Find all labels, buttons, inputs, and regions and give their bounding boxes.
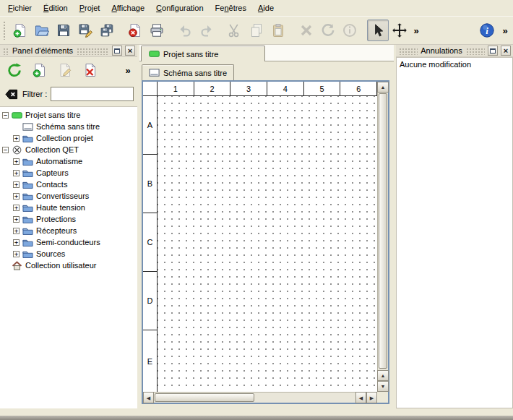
toolbar-overflow-right-button[interactable]: » <box>499 20 511 41</box>
horizontal-scrollbar[interactable] <box>143 392 377 403</box>
dock-float-button[interactable] <box>112 46 122 56</box>
delete-button <box>296 20 317 41</box>
horizontal-scroll-thumb[interactable] <box>155 393 254 402</box>
expand-icon[interactable]: + <box>13 135 20 142</box>
collapse-icon[interactable]: − <box>2 112 9 119</box>
dock-close-button[interactable] <box>125 46 135 56</box>
home-icon <box>12 261 22 270</box>
undo-history-list[interactable]: Aucune modification <box>396 57 513 408</box>
scroll-left-button-right[interactable] <box>355 392 366 403</box>
expand-icon[interactable]: + <box>13 239 20 246</box>
tree-item-label: Semi-conducteurs <box>36 238 100 247</box>
tree-item-collection-utilisateur[interactable]: Collection utilisateur <box>0 260 137 271</box>
close-file-button[interactable] <box>124 20 146 41</box>
folder-icon <box>22 192 33 201</box>
dock-grip <box>398 47 418 55</box>
dock-close-button[interactable] <box>501 46 511 56</box>
scroll-up-button-bottom[interactable] <box>377 370 389 381</box>
scroll-left-button[interactable] <box>143 392 154 403</box>
tree-item-semi-conducteurs[interactable]: +Semi-conducteurs <box>0 236 137 248</box>
pan-mode-button[interactable] <box>389 20 410 41</box>
tree-item-recepteurs[interactable]: +Récepteurs <box>0 225 137 236</box>
reload-collections-button[interactable] <box>4 59 25 81</box>
toolbar-drag-handle[interactable] <box>3 21 7 40</box>
vertical-scrollbar[interactable] <box>377 82 388 392</box>
tree-item-contacts[interactable]: +Contacts <box>0 179 137 190</box>
up-arrow-icon <box>381 373 386 378</box>
expand-icon[interactable]: + <box>13 181 20 188</box>
menu-fenetres[interactable]: Fenêtres <box>210 0 252 16</box>
status-bar <box>0 408 513 416</box>
dock-float-button[interactable] <box>488 46 498 56</box>
toolbar-overflow-button[interactable]: » <box>410 20 422 41</box>
dock-grip <box>465 47 485 55</box>
scroll-down-button[interactable] <box>377 381 389 392</box>
select-mode-button[interactable] <box>367 20 389 41</box>
tree-item-label: Automatisme <box>36 157 82 166</box>
new-button[interactable] <box>9 20 31 41</box>
diagram-view[interactable]: 123456 ABCDE <box>142 80 389 404</box>
expand-icon[interactable]: + <box>13 216 20 223</box>
scroll-up-button[interactable] <box>377 82 389 93</box>
expand-icon[interactable]: + <box>13 205 20 211</box>
clear-filter-icon <box>4 88 19 100</box>
expand-icon[interactable]: + <box>13 228 20 234</box>
new-element-button[interactable] <box>29 59 51 81</box>
panel-overflow-button[interactable]: » <box>122 59 134 81</box>
tree-item-schema-sans-titre[interactable]: Schéma sans titre <box>0 121 137 132</box>
tab-projet-sans-titre[interactable]: Projet sans titre <box>141 46 265 61</box>
rotate-icon <box>320 22 336 38</box>
diagram-canvas[interactable]: 123456 ABCDE <box>143 82 377 392</box>
new-element-icon <box>32 62 48 78</box>
tree-item-projet-sans-titre[interactable]: −Projet sans titre <box>0 109 137 121</box>
menu-aide[interactable]: Aide <box>252 0 280 16</box>
menu-configuration[interactable]: Configuration <box>150 0 209 16</box>
tree-item-collection-projet[interactable]: +Collection projet <box>0 132 137 144</box>
tree-item-label: Protections <box>36 215 76 223</box>
menu-fichier[interactable]: Fichier <box>2 0 38 16</box>
diagram-grid <box>158 96 377 392</box>
qet-icon <box>12 145 22 155</box>
menu-affichage[interactable]: Affichage <box>105 0 150 16</box>
open-button[interactable] <box>31 20 53 41</box>
folder-icon <box>22 226 33 236</box>
expand-icon[interactable]: + <box>13 251 20 257</box>
print-button[interactable] <box>146 20 168 41</box>
clear-filter-button[interactable] <box>4 87 19 101</box>
project-tabbar: Projet sans titre <box>139 45 394 61</box>
vertical-scroll-thumb[interactable] <box>379 93 387 369</box>
save-button[interactable] <box>53 20 74 41</box>
tree-item-label: Sources <box>36 249 65 258</box>
tree-item-collection-qet[interactable]: −Collection QET <box>0 144 137 155</box>
svg-text:i: i <box>486 25 488 36</box>
expand-icon[interactable]: + <box>13 158 20 165</box>
up-arrow-icon <box>381 85 386 90</box>
row-header-label: A <box>147 121 152 129</box>
about-button[interactable]: i <box>476 20 498 41</box>
save-all-button[interactable] <box>96 20 118 41</box>
undo-dock-titlebar[interactable]: Annulations <box>396 45 513 57</box>
menu-edition[interactable]: Édition <box>38 0 74 16</box>
main-toolbar: » i» <box>0 16 513 45</box>
menu-projet[interactable]: Projet <box>74 0 106 16</box>
save-as-button[interactable] <box>74 20 96 41</box>
close-icon <box>128 46 132 55</box>
tab-schema-sans-titre[interactable]: Schéma sans titre <box>142 64 234 80</box>
tree-item-haute-tension[interactable]: +Haute tension <box>0 202 137 213</box>
tree-item-capteurs[interactable]: +Capteurs <box>0 167 137 179</box>
tree-item-protections[interactable]: +Protections <box>0 213 137 225</box>
tree-item-sources[interactable]: +Sources <box>0 248 137 260</box>
expand-icon[interactable]: + <box>13 170 20 176</box>
tree-item-automatisme[interactable]: +Automatisme <box>0 155 137 167</box>
expand-icon[interactable]: + <box>13 193 20 200</box>
delete-element-button[interactable] <box>79 59 101 81</box>
tree-item-convertisseurs[interactable]: +Convertisseurs <box>0 190 137 202</box>
edit-element-button <box>54 59 76 81</box>
filter-input[interactable] <box>51 87 134 101</box>
undo-list-item[interactable]: Aucune modification <box>397 58 512 71</box>
elements-panel-titlebar[interactable]: Panel d'éléments <box>0 45 137 57</box>
collapse-icon[interactable]: − <box>2 147 9 153</box>
scroll-right-button[interactable] <box>366 392 377 403</box>
cut-icon <box>227 22 243 38</box>
element-tree: −Projet sans titreSchéma sans titre+Coll… <box>0 106 137 408</box>
